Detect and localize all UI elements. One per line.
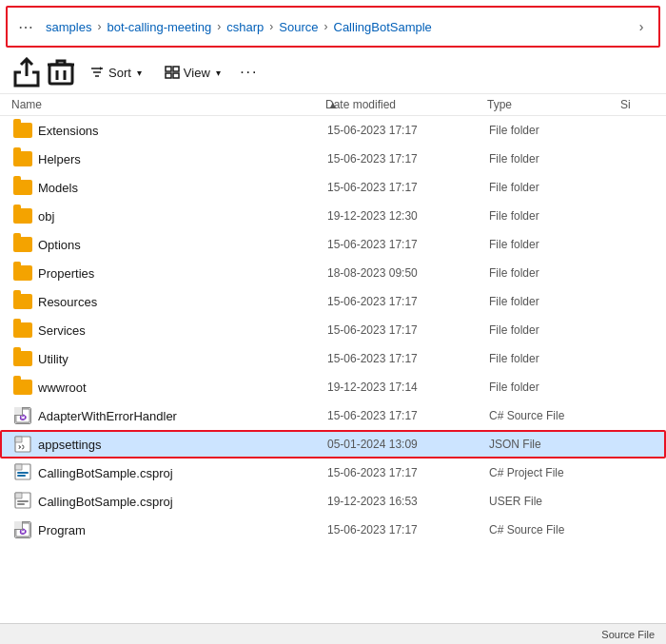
file-name: CallingBotSample.csproj — [38, 495, 327, 509]
file-date: 15-06-2023 17:17 — [327, 181, 489, 194]
cs-file-icon: C# — [13, 406, 32, 425]
breadcrumb-item-source[interactable]: Source — [275, 18, 322, 36]
svg-rect-4 — [173, 73, 179, 78]
table-row[interactable]: Helpers15-06-2023 17:17File folder — [0, 145, 666, 173]
breadcrumb-item-callingbotsample[interactable]: CallingBotSample — [330, 18, 436, 36]
svg-rect-3 — [166, 73, 171, 78]
file-date: 19-12-2023 16:53 — [327, 495, 489, 508]
delete-button[interactable] — [46, 57, 76, 88]
svg-text:C#: C# — [21, 530, 27, 535]
file-name: Services — [38, 323, 327, 338]
cs-source-icon: C# — [14, 407, 31, 424]
table-row[interactable]: wwwroot19-12-2023 17:14File folder — [0, 373, 666, 401]
table-row[interactable]: Utility15-06-2023 17:17File folder — [0, 344, 666, 373]
file-name: Program — [38, 523, 327, 537]
more-options-button[interactable]: ··· — [234, 57, 264, 88]
breadcrumb-next-arrow[interactable]: › — [632, 19, 651, 34]
sort-chevron: ▾ — [137, 68, 142, 78]
status-bar: Source File — [0, 623, 666, 644]
view-button[interactable]: View ▾ — [155, 60, 230, 85]
file-date: 15-06-2023 17:17 — [327, 124, 489, 137]
file-type: File folder — [489, 124, 622, 137]
file-type: C# Project File — [489, 466, 622, 479]
share-button[interactable] — [11, 57, 42, 88]
breadcrumb-separator: › — [97, 20, 101, 33]
breadcrumb-items: samples›bot-calling-meeting›csharp›Sourc… — [42, 18, 632, 36]
table-row[interactable]: C# AdapterWithErrorHandler15-06-2023 17:… — [0, 401, 666, 430]
folder-file-icon — [13, 292, 32, 311]
svg-rect-17 — [17, 500, 29, 502]
toolbar: Sort ▾ View ▾ ··· — [0, 51, 666, 94]
file-name: Helpers — [38, 152, 327, 166]
file-date: 15-06-2023 17:17 — [327, 238, 489, 251]
file-date: 18-08-2023 09:50 — [327, 266, 489, 280]
breadcrumb-item-samples[interactable]: samples — [42, 18, 95, 36]
status-source-file: Source File — [601, 629, 655, 640]
file-date: 19-12-2023 17:14 — [327, 381, 489, 394]
column-type: Type — [487, 98, 620, 111]
file-date: 15-06-2023 17:17 — [327, 152, 489, 166]
file-type: File folder — [489, 295, 622, 308]
folder-file-icon — [13, 121, 32, 140]
breadcrumb-more-button[interactable]: ⋯ — [15, 16, 36, 37]
svg-rect-13 — [17, 472, 29, 474]
column-date: Date modified — [325, 98, 487, 111]
file-date: 05-01-2024 13:09 — [327, 438, 489, 451]
breadcrumb-separator: › — [324, 20, 328, 33]
table-row[interactable]: CallingBotSample.csproj15-06-2023 17:17C… — [0, 459, 666, 487]
table-row[interactable]: Options15-06-2023 17:17File folder — [0, 230, 666, 259]
table-row[interactable]: Models15-06-2023 17:17File folder — [0, 173, 666, 202]
file-date: 19-12-2023 12:30 — [327, 209, 489, 223]
svg-marker-16 — [15, 493, 22, 498]
file-type: File folder — [489, 238, 622, 251]
folder-file-icon — [13, 349, 32, 368]
sort-label: Sort — [108, 66, 131, 80]
sort-button[interactable]: Sort ▾ — [80, 60, 151, 85]
file-name: AdapterWithErrorHandler — [38, 409, 327, 423]
file-name: Models — [38, 181, 327, 195]
cs-file-icon: C# — [13, 520, 32, 539]
user-file-icon — [13, 492, 32, 511]
file-type: USER File — [489, 495, 622, 508]
column-headers: Name ▲ Date modified Type Si — [0, 94, 666, 116]
breadcrumb-item-csharp[interactable]: csharp — [223, 18, 267, 36]
file-name: Resources — [38, 295, 327, 309]
column-size: Si — [620, 98, 631, 111]
file-date: 15-06-2023 17:17 — [327, 523, 489, 537]
file-type: JSON File — [489, 438, 622, 451]
file-name: Utility — [38, 352, 327, 366]
folder-file-icon — [13, 263, 32, 283]
table-row[interactable]: Services15-06-2023 17:17File folder — [0, 316, 666, 344]
file-date: 15-06-2023 17:17 — [327, 352, 489, 365]
file-name: Properties — [38, 266, 327, 281]
folder-file-icon — [13, 378, 32, 397]
file-type: C# Source File — [489, 523, 622, 537]
folder-file-icon — [13, 178, 32, 197]
file-name: obj — [38, 209, 327, 224]
file-name: Extensions — [38, 124, 327, 138]
table-row[interactable]: CallingBotSample.csproj19-12-2023 16:53U… — [0, 487, 666, 516]
file-type: C# Source File — [489, 409, 622, 422]
file-date: 15-06-2023 17:17 — [327, 323, 489, 337]
json-file-icon — [13, 435, 32, 454]
svg-rect-0 — [49, 65, 72, 84]
breadcrumb-separator: › — [217, 20, 221, 33]
table-row[interactable]: Resources15-06-2023 17:17File folder — [0, 287, 666, 316]
table-row[interactable]: obj19-12-2023 12:30File folder — [0, 202, 666, 230]
svg-rect-1 — [166, 67, 171, 71]
svg-text:C#: C# — [21, 416, 27, 420]
breadcrumb: ⋯ samples›bot-calling-meeting›csharp›Sou… — [6, 6, 660, 48]
file-type: File folder — [489, 352, 622, 365]
csproj-file-icon — [13, 463, 32, 482]
table-row[interactable]: Properties18-08-2023 09:50File folder — [0, 259, 666, 287]
collapse-arrow[interactable]: ▲ — [328, 99, 339, 110]
breadcrumb-separator: › — [269, 20, 273, 33]
file-date: 15-06-2023 17:17 — [327, 409, 489, 422]
svg-rect-14 — [17, 475, 26, 477]
view-chevron: ▾ — [216, 68, 221, 78]
table-row[interactable]: Extensions15-06-2023 17:17File folder — [0, 116, 666, 145]
breadcrumb-item-bot-calling-meeting[interactable]: bot-calling-meeting — [103, 18, 215, 36]
file-type: File folder — [489, 181, 622, 194]
table-row[interactable]: appsettings05-01-2024 13:09JSON File — [0, 430, 666, 459]
table-row[interactable]: C# Program15-06-2023 17:17C# Source File — [0, 516, 666, 544]
